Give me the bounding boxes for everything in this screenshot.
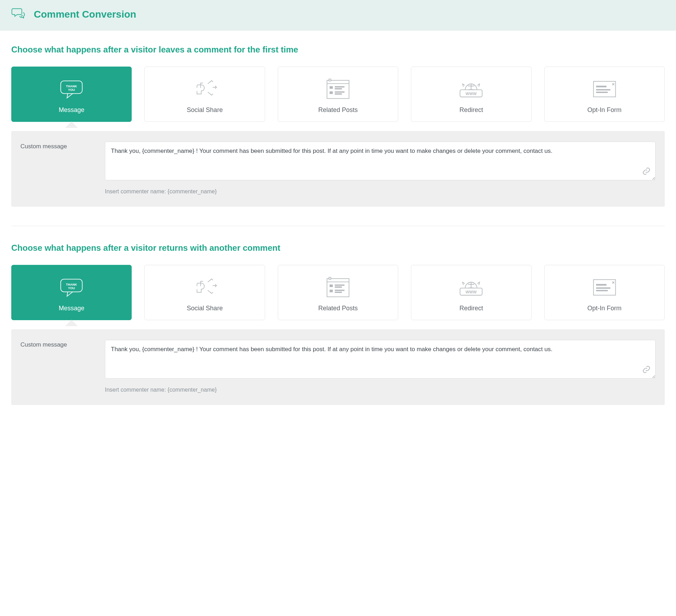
card-related-posts[interactable]: Related Posts — [278, 67, 398, 122]
related-posts-icon — [282, 75, 394, 103]
svg-text:WWW: WWW — [466, 92, 477, 96]
card-redirect[interactable]: WWW Redirect — [411, 265, 531, 320]
option-cards-first: THANK YOU Message Social Share — [11, 67, 665, 122]
card-label: Message — [15, 305, 128, 312]
card-label: Social Share — [148, 106, 261, 114]
message-bubble-icon: THANK YOU — [15, 75, 128, 103]
card-label: Opt-In Form — [548, 106, 661, 114]
social-share-icon — [148, 274, 261, 301]
page-header: Comment Conversion — [0, 0, 676, 31]
comment-conversion-icon — [11, 6, 25, 22]
section-title-first-comment: Choose what happens after a visitor leav… — [11, 45, 665, 55]
redirect-icon: WWW — [415, 274, 527, 301]
card-label: Related Posts — [282, 305, 394, 312]
message-panel-first: Custom message Insert commenter name: {c… — [11, 131, 665, 207]
svg-text:WWW: WWW — [466, 290, 477, 294]
card-message[interactable]: THANK YOU Message — [11, 67, 132, 122]
card-label: Social Share — [148, 305, 261, 312]
svg-text:THANK: THANK — [66, 283, 77, 286]
opt-in-form-icon — [548, 274, 661, 301]
related-posts-icon — [282, 274, 394, 301]
social-share-icon — [148, 75, 261, 103]
card-redirect[interactable]: WWW Redirect — [411, 67, 531, 122]
card-opt-in-form[interactable]: Opt-In Form — [544, 67, 665, 122]
option-cards-returning: THANK YOU Message Social Share — [11, 265, 665, 320]
card-label: Opt-In Form — [548, 305, 661, 312]
card-message[interactable]: THANK YOU Message — [11, 265, 132, 320]
svg-rect-32 — [329, 277, 331, 279]
section-title-returning-comment: Choose what happens after a visitor retu… — [11, 243, 665, 253]
svg-rect-26 — [330, 285, 333, 287]
svg-rect-5 — [330, 86, 333, 89]
redirect-icon: WWW — [415, 75, 527, 103]
card-social-share[interactable]: Social Share — [144, 67, 265, 122]
svg-text:YOU: YOU — [68, 88, 75, 92]
panel-label: Custom message — [20, 142, 91, 195]
card-opt-in-form[interactable]: Opt-In Form — [544, 265, 665, 320]
opt-in-form-icon — [548, 75, 661, 103]
section-divider — [11, 226, 665, 226]
panel-label: Custom message — [20, 340, 91, 393]
svg-rect-11 — [329, 79, 331, 81]
link-icon[interactable] — [642, 167, 651, 177]
svg-text:THANK: THANK — [66, 85, 77, 88]
svg-rect-29 — [330, 290, 333, 292]
custom-message-input[interactable] — [105, 340, 656, 379]
card-label: Message — [15, 106, 128, 114]
card-related-posts[interactable]: Related Posts — [278, 265, 398, 320]
message-bubble-icon: THANK YOU — [15, 274, 128, 301]
card-social-share[interactable]: Social Share — [144, 265, 265, 320]
link-icon[interactable] — [642, 365, 651, 375]
card-label: Redirect — [415, 106, 527, 114]
commenter-name-hint: Insert commenter name: {commenter_name} — [105, 188, 656, 195]
message-panel-returning: Custom message Insert commenter name: {c… — [11, 329, 665, 405]
card-label: Redirect — [415, 305, 527, 312]
svg-text:YOU: YOU — [68, 286, 75, 290]
custom-message-input[interactable] — [105, 142, 656, 180]
svg-rect-8 — [330, 91, 333, 94]
card-label: Related Posts — [282, 106, 394, 114]
page-title: Comment Conversion — [34, 9, 136, 20]
commenter-name-hint: Insert commenter name: {commenter_name} — [105, 387, 656, 393]
